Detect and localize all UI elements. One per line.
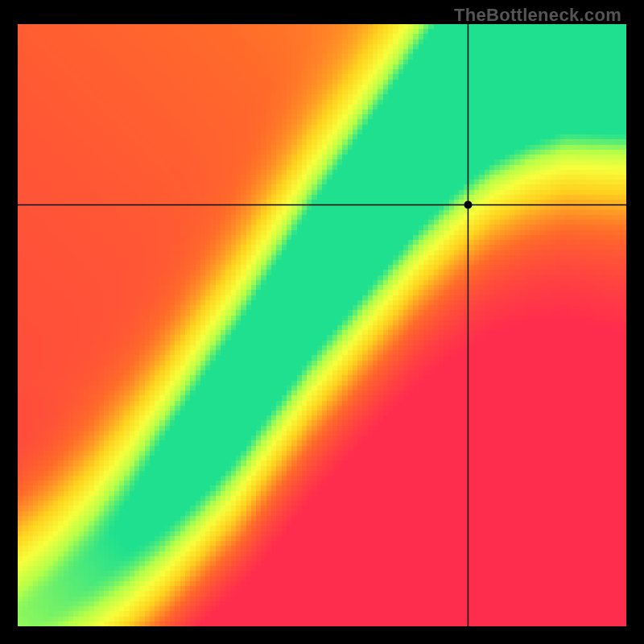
heatmap-canvas xyxy=(18,24,626,626)
watermark-label: TheBottleneck.com xyxy=(454,5,621,26)
plot-area xyxy=(18,24,626,626)
chart-frame: TheBottleneck.com xyxy=(0,0,644,644)
